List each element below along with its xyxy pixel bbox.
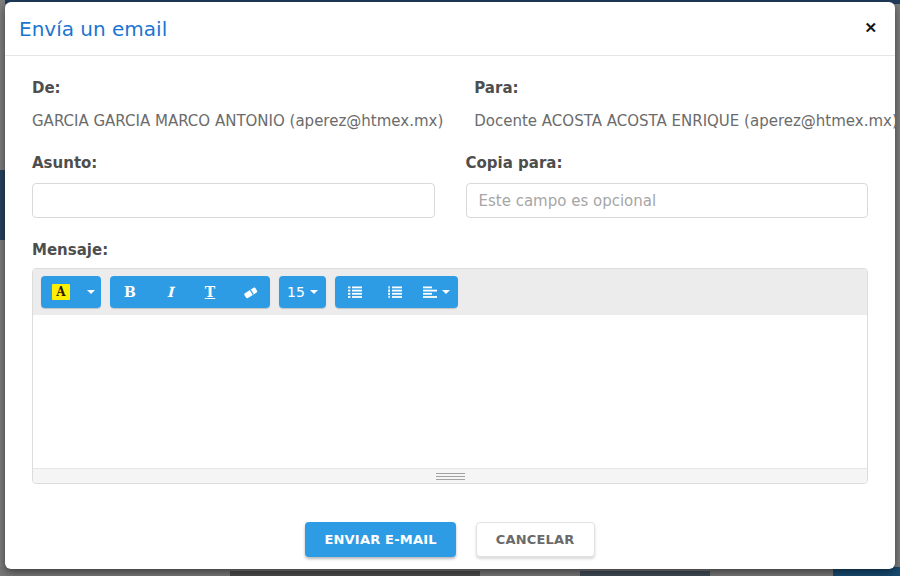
message-field-group: Mensaje: A B <box>32 241 868 484</box>
cc-label: Copia para: <box>466 154 869 172</box>
ordered-list-button[interactable] <box>375 276 415 308</box>
font-size-button[interactable]: 15 <box>279 276 326 308</box>
message-label: Mensaje: <box>32 241 868 259</box>
to-field-group: Para: Docente ACOSTA ACOSTA ENRIQUE (ape… <box>474 79 898 130</box>
ordered-list-icon <box>388 286 402 298</box>
underline-button[interactable]: T <box>190 276 230 308</box>
send-email-button[interactable]: ENVIAR E-MAIL <box>305 522 455 557</box>
backdrop-bottom-smudge <box>230 571 480 576</box>
italic-button[interactable]: I <box>150 276 190 308</box>
unordered-list-button[interactable] <box>335 276 375 308</box>
modal-header: Envía un email ✕ <box>5 2 895 56</box>
bold-icon: B <box>124 284 136 300</box>
paragraph-align-button[interactable] <box>415 276 458 308</box>
clear-format-button[interactable] <box>230 276 270 308</box>
modal-footer: ENVIAR E-MAIL CANCELAR <box>5 505 895 569</box>
italic-icon: I <box>167 284 174 300</box>
modal-body: De: GARCIA GARCIA MARCO ANTONIO (aperez@… <box>5 56 895 505</box>
text-style-group: B I T <box>110 276 270 308</box>
to-value: Docente ACOSTA ACOSTA ENRIQUE (aperez@ht… <box>474 112 898 130</box>
close-icon[interactable]: ✕ <box>858 16 879 35</box>
modal-title: Envía un email <box>19 16 167 42</box>
font-color-dropdown-button[interactable] <box>81 276 101 308</box>
eraser-icon <box>243 286 258 299</box>
cc-input[interactable] <box>466 183 869 218</box>
font-color-swatch: A <box>52 284 69 300</box>
underline-icon: T <box>205 284 215 300</box>
resize-grip-icon <box>436 473 465 480</box>
message-editor[interactable] <box>33 315 867 468</box>
to-label: Para: <box>474 79 898 97</box>
rich-text-editor: A B I T <box>32 268 868 484</box>
chevron-down-icon <box>310 290 318 294</box>
font-size-group: 15 <box>279 276 326 308</box>
cancel-button[interactable]: CANCELAR <box>476 522 595 557</box>
editor-toolbar: A B I T <box>33 269 867 315</box>
from-label: De: <box>32 79 443 97</box>
chevron-down-icon <box>442 290 450 294</box>
from-field-group: De: GARCIA GARCIA MARCO ANTONIO (aperez@… <box>32 79 443 130</box>
paragraph-group <box>335 276 458 308</box>
backdrop-bottom-smudge <box>580 571 710 576</box>
subject-field-group: Asunto: <box>32 154 435 218</box>
subject-input[interactable] <box>32 183 435 218</box>
subject-label: Asunto: <box>32 154 435 172</box>
bold-button[interactable]: B <box>110 276 150 308</box>
font-size-value: 15 <box>287 284 305 300</box>
unordered-list-icon <box>348 286 362 298</box>
editor-resize-bar[interactable] <box>33 468 867 483</box>
cc-field-group: Copia para: <box>466 154 869 218</box>
chevron-down-icon <box>87 290 95 294</box>
align-left-icon <box>423 286 437 298</box>
send-email-modal: Envía un email ✕ De: GARCIA GARCIA MARCO… <box>5 2 895 569</box>
from-value: GARCIA GARCIA MARCO ANTONIO (aperez@htme… <box>32 112 443 130</box>
font-color-group: A <box>41 276 101 308</box>
font-color-button[interactable]: A <box>41 276 81 308</box>
